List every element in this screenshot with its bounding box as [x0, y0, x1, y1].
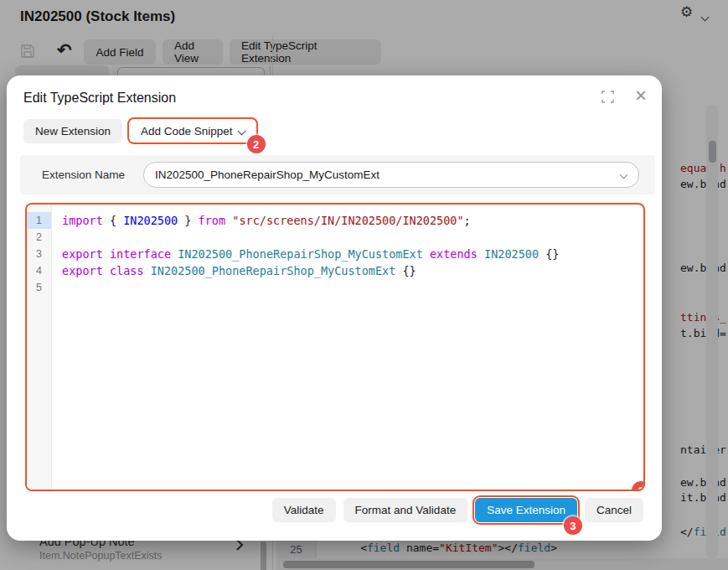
- expand-icon[interactable]: [602, 91, 614, 106]
- code-line: export interface IN202500_PhoneRepairSho…: [62, 246, 643, 262]
- step-badge-2: 2: [247, 135, 266, 153]
- line-number: 4: [27, 262, 51, 279]
- validate-button[interactable]: Validate: [272, 498, 336, 522]
- format-and-validate-button[interactable]: Format and Validate: [343, 498, 468, 522]
- dialog-title: Edit TypeScript Extension: [23, 91, 176, 106]
- new-extension-button[interactable]: New Extension: [23, 119, 122, 143]
- dialog-footer: Validate Format and Validate Save Extens…: [7, 498, 643, 522]
- screen: IN202500 (Stock Items) ⚙ ↶ Add Field Add…: [0, 0, 728, 570]
- code-line: [62, 229, 643, 246]
- extension-name-combobox[interactable]: IN202500_PhoneRepairShop_MyCustomExt: [143, 162, 639, 188]
- chevron-down-icon: [237, 127, 245, 135]
- extension-name-value: IN202500_PhoneRepairShop_MyCustomExt: [155, 168, 379, 181]
- save-extension-button[interactable]: Save Extension 3: [475, 498, 577, 522]
- code-line: export class IN202500_PhoneRepairShop_My…: [62, 262, 643, 279]
- extension-name-row: Extension Name IN202500_PhoneRepairShop_…: [20, 155, 655, 194]
- chevron-down-icon: [620, 171, 628, 179]
- add-code-snippet-dropdown[interactable]: Add Code Snippet 2: [127, 117, 258, 144]
- code-line: [62, 279, 643, 296]
- line-number: 1: [27, 212, 51, 229]
- code-line: import { IN202500 } from "src/screens/IN…: [62, 212, 643, 229]
- save-extension-label: Save Extension: [487, 504, 565, 516]
- close-icon[interactable]: ×: [632, 80, 650, 111]
- editor-gutter: 12345: [27, 205, 52, 490]
- line-number: 2: [27, 229, 51, 246]
- line-number: 5: [27, 279, 51, 296]
- code-editor[interactable]: 12345 import { IN202500 } from "src/scre…: [25, 203, 645, 491]
- extension-name-label: Extension Name: [42, 155, 125, 194]
- cancel-button[interactable]: Cancel: [585, 498, 643, 522]
- step-badge-3: 3: [564, 516, 582, 535]
- line-number: 3: [27, 246, 51, 262]
- edit-typescript-extension-dialog: Edit TypeScript Extension × New Extensio…: [7, 75, 662, 541]
- add-code-snippet-label: Add Code Snippet: [141, 125, 233, 137]
- editor-code[interactable]: import { IN202500 } from "src/screens/IN…: [52, 205, 643, 490]
